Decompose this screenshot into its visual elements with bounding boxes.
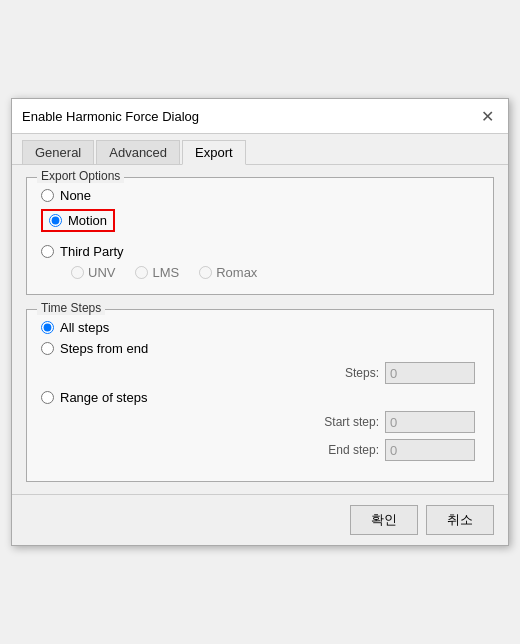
- dialog-title: Enable Harmonic Force Dialog: [22, 109, 199, 124]
- lms-label[interactable]: LMS: [152, 265, 179, 280]
- tab-export[interactable]: Export: [182, 140, 246, 165]
- steps-from-end-label[interactable]: Steps from end: [60, 341, 148, 356]
- end-step-input[interactable]: [385, 439, 475, 461]
- steps-field-label: Steps:: [309, 366, 379, 380]
- romax-radio[interactable]: [199, 266, 212, 279]
- start-step-row: Start step:: [41, 411, 479, 433]
- ok-button[interactable]: 확인: [350, 505, 418, 535]
- title-bar: Enable Harmonic Force Dialog ✕: [12, 99, 508, 134]
- all-steps-row: All steps: [41, 320, 479, 335]
- dialog: Enable Harmonic Force Dialog ✕ General A…: [11, 98, 509, 546]
- end-step-label: End step:: [309, 443, 379, 457]
- third-party-radio-row: Third Party: [41, 244, 479, 259]
- range-of-steps-label[interactable]: Range of steps: [60, 390, 147, 405]
- steps-input[interactable]: [385, 362, 475, 384]
- romax-radio-item: Romax: [199, 265, 257, 280]
- cancel-button[interactable]: 취소: [426, 505, 494, 535]
- unv-radio-item: UNV: [71, 265, 115, 280]
- none-radio[interactable]: [41, 189, 54, 202]
- dialog-body: Export Options None Motion Third Party U…: [12, 165, 508, 494]
- time-steps-label: Time Steps: [37, 301, 105, 315]
- steps-from-end-row: Steps from end: [41, 341, 479, 356]
- all-steps-radio[interactable]: [41, 321, 54, 334]
- range-of-steps-radio[interactable]: [41, 391, 54, 404]
- none-radio-row: None: [41, 188, 479, 203]
- tab-advanced[interactable]: Advanced: [96, 140, 180, 164]
- motion-radio-box: Motion: [41, 209, 115, 232]
- unv-label[interactable]: UNV: [88, 265, 115, 280]
- close-button[interactable]: ✕: [476, 105, 498, 127]
- lms-radio-item: LMS: [135, 265, 179, 280]
- range-of-steps-row: Range of steps: [41, 390, 479, 405]
- third-party-radio[interactable]: [41, 245, 54, 258]
- none-label[interactable]: None: [60, 188, 91, 203]
- third-party-label[interactable]: Third Party: [60, 244, 124, 259]
- dialog-footer: 확인 취소: [12, 494, 508, 545]
- lms-radio[interactable]: [135, 266, 148, 279]
- steps-from-end-radio[interactable]: [41, 342, 54, 355]
- start-step-label: Start step:: [309, 415, 379, 429]
- export-options-label: Export Options: [37, 169, 124, 183]
- sub-options-row: UNV LMS Romax: [41, 265, 479, 280]
- end-step-row: End step:: [41, 439, 479, 461]
- export-options-group: Export Options None Motion Third Party U…: [26, 177, 494, 295]
- steps-field-row: Steps:: [41, 362, 479, 384]
- start-step-input[interactable]: [385, 411, 475, 433]
- tab-bar: General Advanced Export: [12, 134, 508, 165]
- tab-general[interactable]: General: [22, 140, 94, 164]
- unv-radio[interactable]: [71, 266, 84, 279]
- motion-label[interactable]: Motion: [68, 213, 107, 228]
- time-steps-group: Time Steps All steps Steps from end Step…: [26, 309, 494, 482]
- romax-label[interactable]: Romax: [216, 265, 257, 280]
- all-steps-label[interactable]: All steps: [60, 320, 109, 335]
- motion-radio[interactable]: [49, 214, 62, 227]
